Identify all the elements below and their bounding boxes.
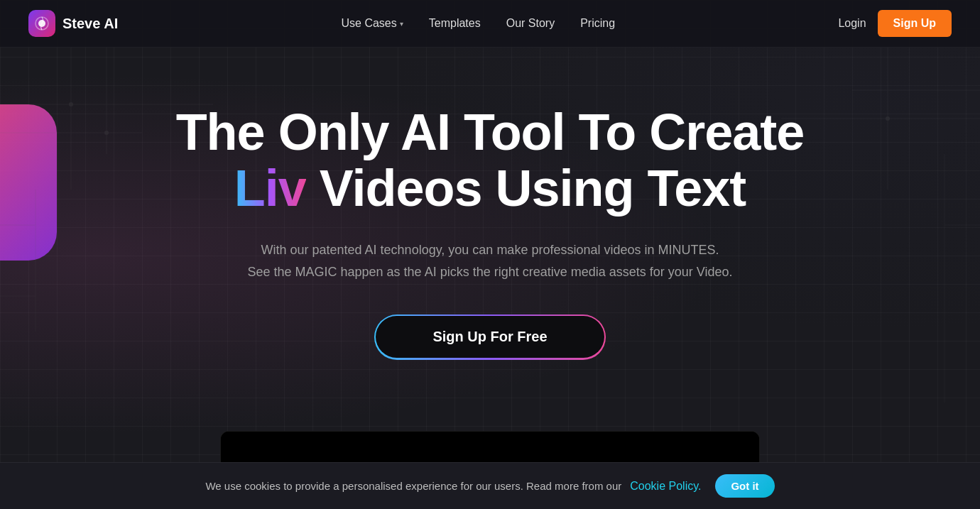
hero-section: The Only AI Tool To Create Liv Videos Us… [0, 48, 980, 431]
nav-links: Use Cases ▾ Templates Our Story Pricing [342, 17, 616, 30]
nav-our-story[interactable]: Our Story [506, 17, 555, 30]
cookie-text: We use cookies to provide a personalised… [205, 480, 621, 492]
cta-wrapper: Sign Up For Free [28, 314, 952, 360]
nav-actions: Login Sign Up [838, 10, 952, 37]
chevron-down-icon: ▾ [400, 20, 403, 28]
nav-use-cases[interactable]: Use Cases ▾ [342, 17, 403, 30]
decorative-shape [0, 104, 57, 261]
signup-free-button[interactable]: Sign Up For Free [376, 316, 604, 358]
svg-point-9 [69, 102, 73, 106]
navbar: Steve AI Use Cases ▾ Templates Our Story… [0, 0, 980, 48]
hero-title: The Only AI Tool To Create Liv Videos Us… [135, 104, 845, 217]
logo-text: Steve AI [62, 16, 118, 32]
svg-point-10 [104, 131, 109, 135]
signup-button[interactable]: Sign Up [878, 10, 952, 37]
hero-subtitle: With our patented AI technology, you can… [241, 239, 739, 283]
nav-pricing[interactable]: Pricing [580, 17, 615, 30]
nav-templates[interactable]: Templates [429, 17, 481, 30]
login-button[interactable]: Login [838, 17, 866, 30]
cookie-accept-button[interactable]: Got it [715, 474, 774, 498]
svg-point-11 [886, 116, 890, 121]
hero-title-liv: Liv [234, 160, 306, 217]
cookie-policy-link[interactable]: Cookie Policy. [630, 480, 701, 493]
cta-button-border: Sign Up For Free [374, 314, 606, 360]
logo-icon [28, 10, 55, 37]
logo[interactable]: Steve AI [28, 10, 118, 37]
cookie-bar: We use cookies to provide a personalised… [0, 462, 980, 509]
